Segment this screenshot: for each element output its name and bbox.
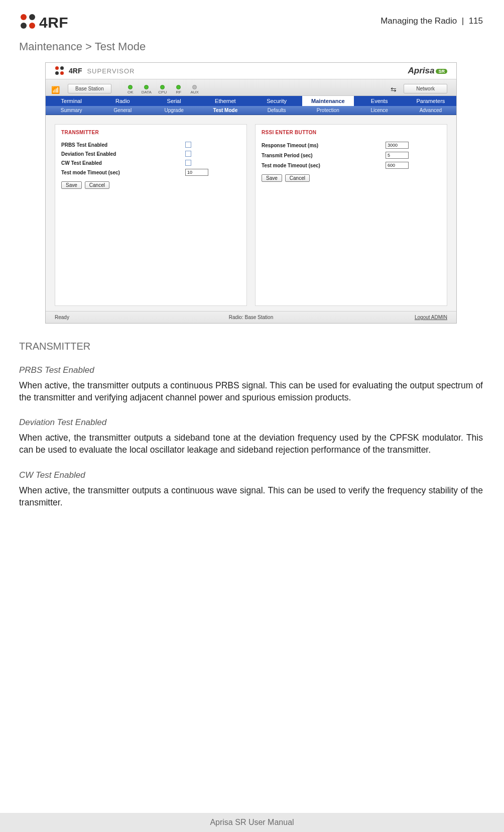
product-logo: AprisaSR xyxy=(408,66,447,76)
field-label: Test mode Timeout (sec) xyxy=(262,163,320,168)
led-dot-icon xyxy=(192,85,197,89)
subtab-summary[interactable]: Summary xyxy=(46,106,97,115)
led-label: DATA xyxy=(142,90,152,94)
base-station-chip[interactable]: Base Station xyxy=(68,84,111,93)
field-label: PRBS Test Enabled xyxy=(61,142,107,148)
prbs-paragraph: When active, the transmitter outputs a c… xyxy=(19,379,483,403)
led-data: DATA xyxy=(140,85,154,94)
tab-parameters[interactable]: Parameters xyxy=(405,96,456,106)
tx-cancel-button[interactable]: Cancel xyxy=(85,181,109,189)
logout-link[interactable]: Logout ADMIN xyxy=(415,315,447,320)
footer-status: Ready xyxy=(55,315,69,320)
led-dot-icon xyxy=(160,85,165,89)
field-label: CW Test Enabled xyxy=(61,160,102,166)
subtab-protection[interactable]: Protection xyxy=(302,106,353,115)
subtab-defaults[interactable]: Defaults xyxy=(251,106,302,115)
prbs-heading: PRBS Test Enabled xyxy=(19,365,483,375)
led-ok: OK xyxy=(123,85,138,94)
status-bar: 📶 Base Station OKDATACPURFAUX ⇆ Network xyxy=(46,79,456,96)
checkbox[interactable] xyxy=(185,160,191,166)
supervisor-screenshot: 4RF SUPERVISOR AprisaSR 📶 Base Station O… xyxy=(45,62,457,324)
footer-radio: Radio: Base Station xyxy=(229,315,273,320)
subtab-upgrade[interactable]: Upgrade xyxy=(149,106,200,115)
rssi-title: RSSI ENTER BUTTON xyxy=(262,130,441,135)
header-page: 115 xyxy=(469,16,483,26)
subtab-general[interactable]: General xyxy=(97,106,148,115)
checkbox[interactable] xyxy=(185,142,191,148)
logo-text: 4RF xyxy=(39,14,68,31)
header-right: Managing the Radio | 115 xyxy=(381,14,483,26)
rssi-row: Test mode Timeout (sec)600 xyxy=(262,160,441,170)
tx-row: PRBS Test Enabled xyxy=(61,140,240,149)
subtab-test-mode[interactable]: Test Mode xyxy=(200,106,251,115)
led-label: AUX xyxy=(190,90,198,94)
product-name: Aprisa xyxy=(408,66,435,75)
secondary-tabs: SummaryGeneralUpgradeTest ModeDefaultsPr… xyxy=(46,106,456,115)
rssi-panel: RSSI ENTER BUTTON Response Timeout (ms)3… xyxy=(255,124,447,306)
field-label: Response Timeout (ms) xyxy=(262,143,318,148)
page-header: 4RF Managing the Radio | 115 xyxy=(19,14,483,31)
tab-events[interactable]: Events xyxy=(354,96,405,106)
deviation-paragraph: When active, the transmitter outputs a s… xyxy=(19,432,483,456)
led-label: OK xyxy=(128,90,134,94)
led-dot-icon xyxy=(144,85,149,89)
field-label: Transmit Period (sec) xyxy=(262,153,313,158)
document-footer: Aprisa SR User Manual xyxy=(0,813,504,832)
led-label: RF xyxy=(176,90,181,94)
subtab-advanced[interactable]: Advanced xyxy=(405,106,456,115)
tab-security[interactable]: Security xyxy=(251,96,302,106)
rssi-row: Transmit Period (sec)5 xyxy=(262,150,441,160)
supervisor-word: SUPERVISOR xyxy=(87,67,135,75)
text-field[interactable]: 600 xyxy=(386,162,409,169)
tx-row: Deviation Test Enabled xyxy=(61,149,240,158)
field-label: Deviation Test Enabled xyxy=(61,151,116,157)
led-aux: AUX xyxy=(188,85,202,94)
supervisor-footer: Ready Radio: Base Station Logout ADMIN xyxy=(46,311,456,323)
work-area: TRANSMITTER PRBS Test EnabledDeviation T… xyxy=(46,115,456,311)
tab-serial[interactable]: Serial xyxy=(149,96,200,106)
led-cpu: CPU xyxy=(156,85,170,94)
primary-tabs: TerminalRadioSerialEthernetSecurityMaint… xyxy=(46,96,456,106)
text-field[interactable]: 3000 xyxy=(386,142,409,149)
tab-ethernet[interactable]: Ethernet xyxy=(200,96,251,106)
led-rf: RF xyxy=(172,85,186,94)
rssi-save-button[interactable]: Save xyxy=(262,174,282,182)
section-transmitter-heading: TRANSMITTER xyxy=(19,341,483,352)
transmitter-panel: TRANSMITTER PRBS Test EnabledDeviation T… xyxy=(55,124,247,306)
logo-dots-icon xyxy=(19,14,36,31)
page-title: Maintenance > Test Mode xyxy=(19,40,483,53)
product-badge: SR xyxy=(436,69,447,74)
tab-radio[interactable]: Radio xyxy=(97,96,148,106)
subtab-licence[interactable]: Licence xyxy=(354,106,405,115)
header-section: Managing the Radio xyxy=(381,16,457,26)
tx-save-button[interactable]: Save xyxy=(61,181,82,189)
transmitter-title: TRANSMITTER xyxy=(61,130,240,135)
led-dot-icon xyxy=(128,85,133,89)
logo-4rf: 4RF xyxy=(19,14,68,31)
led-dot-icon xyxy=(176,85,181,89)
tx-row: CW Test Enabled xyxy=(61,158,240,167)
cw-paragraph: When active, the transmitter outputs a c… xyxy=(19,484,483,508)
led-label: CPU xyxy=(158,90,167,94)
text-field[interactable]: 10 xyxy=(185,169,208,176)
deviation-heading: Deviation Test Enabled xyxy=(19,418,483,428)
tab-terminal[interactable]: Terminal xyxy=(46,96,97,106)
network-icon: ⇆ xyxy=(391,85,397,93)
text-field[interactable]: 5 xyxy=(386,152,409,159)
supervisor-brand: 4RF xyxy=(69,67,82,75)
checkbox[interactable] xyxy=(185,151,191,157)
cw-heading: CW Test Enabled xyxy=(19,470,483,480)
rssi-cancel-button[interactable]: Cancel xyxy=(285,174,310,182)
network-chip[interactable]: Network xyxy=(404,84,447,93)
tab-maintenance[interactable]: Maintenance xyxy=(302,96,353,106)
header-sep: | xyxy=(462,16,464,26)
led-row: OKDATACPURFAUX xyxy=(123,85,202,94)
supervisor-titlebar: 4RF SUPERVISOR AprisaSR xyxy=(46,63,456,79)
antenna-icon: 📶 xyxy=(46,86,65,94)
tx-row: Test mode Timeout (sec)10 xyxy=(61,167,240,177)
supervisor-logo-icon xyxy=(55,66,65,76)
field-label: Test mode Timeout (sec) xyxy=(61,170,120,175)
rssi-row: Response Timeout (ms)3000 xyxy=(262,140,441,150)
